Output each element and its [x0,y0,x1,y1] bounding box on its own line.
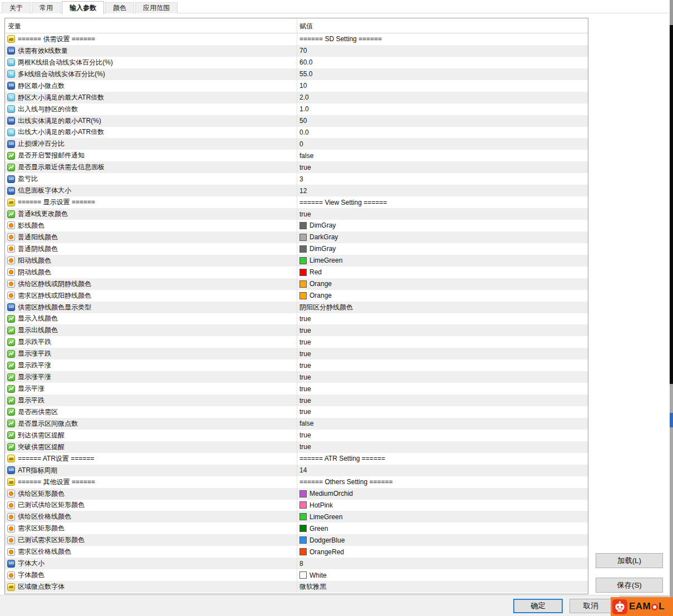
load-button[interactable]: 加载(L) [596,553,663,568]
save-button[interactable]: 保存(S) [596,578,663,593]
param-value-cell[interactable]: 60.0 [297,57,588,68]
param-value-cell[interactable]: 0.0 [297,127,588,139]
param-value-cell[interactable]: true [297,371,588,383]
param-value-cell[interactable]: true [297,359,588,371]
param-value-cell[interactable]: 微软雅黑 [297,581,588,593]
param-value-cell[interactable]: 阴阳区分静线颜色 [297,302,588,313]
param-value-cell[interactable]: ====== Others Setting ====== [297,476,588,488]
right-edge-scrollbar[interactable] [670,0,673,616]
param-row[interactable]: 需求区静线或阳静线颜色Orange [5,290,588,302]
param-value-cell[interactable]: Green [297,523,588,534]
param-value-cell[interactable]: DarkGray [297,231,588,243]
param-row[interactable]: 阴动线颜色Red [5,267,588,278]
param-row[interactable]: 123盈亏比3 [5,173,588,185]
param-value-cell[interactable]: 2.0 [297,92,588,104]
param-value-cell[interactable]: 10 [297,80,588,92]
param-value-cell[interactable]: true [297,324,588,336]
param-row[interactable]: 显示涨平涨true [5,371,588,383]
param-value-cell[interactable]: 50 [297,115,588,127]
param-row[interactable]: 已测试供给区矩形颜色HotPink [5,500,588,511]
param-row[interactable]: 显示跌平跌true [5,336,588,348]
param-row[interactable]: 显示平跌true [5,395,588,406]
param-row[interactable]: 123出线实体满足的最小ATR(%)50 [5,115,588,127]
param-row[interactable]: 123信息面板字体大小12 [5,185,588,196]
param-row[interactable]: 阳动线颜色LimeGreen [5,255,588,267]
param-row[interactable]: 是否显示区间微点数false [5,418,588,430]
tab-4[interactable]: 应用范围 [135,2,178,13]
param-row[interactable]: 到达供需区提醒true [5,430,588,441]
param-value-cell[interactable]: ====== ATR Setting ====== [297,453,588,465]
param-row[interactable]: 123ATR指标周期14 [5,465,588,476]
param-row[interactable]: 显示跌平涨true [5,359,588,371]
ok-button[interactable]: 确定 [513,599,563,613]
param-value-cell[interactable]: DodgerBlue [297,534,588,546]
param-value-cell[interactable]: true [297,383,588,395]
cancel-button[interactable]: 取消 [569,599,612,613]
param-row[interactable]: 是否开启警报邮件通知false [5,150,588,161]
param-row[interactable]: 123供需区静线颜色显示类型阴阳区分静线颜色 [5,302,588,313]
param-row[interactable]: 123字体大小8 [5,558,588,569]
param-row[interactable]: ab====== 显示设置 ============ View Setting … [5,196,588,208]
param-value-cell[interactable]: true [297,208,588,220]
param-value-cell[interactable]: ====== SD Setting ====== [297,33,588,45]
param-value-cell[interactable]: false [297,150,588,161]
param-value-cell[interactable]: DimGray [297,243,588,255]
param-row[interactable]: 影线颜色DimGray [5,220,588,231]
param-row[interactable]: 123止损缓冲百分比0 [5,138,588,150]
param-row[interactable]: ab====== 其他设置 ============ Others Settin… [5,476,588,488]
param-row[interactable]: 123供需有效k线数量70 [5,45,588,57]
param-row[interactable]: 已测试需求区矩形颜色DodgerBlue [5,534,588,546]
param-value-cell[interactable]: LimeGreen [297,255,588,267]
tab-2[interactable]: 输入参数 [62,1,104,14]
param-value-cell[interactable]: 8 [297,558,588,569]
param-value-cell[interactable]: White [297,569,588,581]
param-value-cell[interactable]: 55.0 [297,68,588,80]
param-row[interactable]: 突破供需区提醒true [5,441,588,453]
param-row[interactable]: ab区域微点数字体微软雅黑 [5,581,588,593]
param-value-cell[interactable]: true [297,336,588,348]
param-value-cell[interactable]: Orange [297,290,588,302]
param-value-cell[interactable]: 3 [297,173,588,185]
param-row[interactable]: ½出线大小满足的最小ATR倍数0.0 [5,127,588,139]
param-row[interactable]: 123静区最小微点数10 [5,80,588,92]
param-row[interactable]: 是否显示最近供需去信息面板true [5,161,588,173]
param-value-cell[interactable]: Red [297,267,588,278]
param-row[interactable]: 普通阴线颜色DimGray [5,243,588,255]
tab-1[interactable]: 常用 [32,2,61,13]
param-row[interactable]: 供给区静线或阴静线颜色Orange [5,278,588,290]
param-value-cell[interactable]: true [297,441,588,453]
param-value-cell[interactable]: 12 [297,185,588,196]
param-value-cell[interactable]: false [297,418,588,430]
tab-0[interactable]: 关于 [2,2,31,13]
param-value-cell[interactable]: ====== View Setting ====== [297,196,588,208]
param-row[interactable]: ½两根K线组合动线实体百分比(%)60.0 [5,57,588,68]
param-value-cell[interactable]: true [297,313,588,325]
param-row[interactable]: 普通阳线颜色DarkGray [5,231,588,243]
param-row[interactable]: 是否画供需区true [5,406,588,418]
tab-3[interactable]: 颜色 [105,2,134,13]
param-value-cell[interactable]: 0 [297,138,588,150]
param-value-cell[interactable]: 70 [297,45,588,57]
param-value-cell[interactable]: 1.0 [297,104,588,115]
param-row[interactable]: 显示入线颜色true [5,313,588,325]
param-value-cell[interactable]: true [297,406,588,418]
param-value-cell[interactable]: HotPink [297,500,588,511]
param-value-cell[interactable]: true [297,161,588,173]
param-row[interactable]: 供给区矩形颜色MediumOrchid [5,488,588,500]
param-value-cell[interactable]: true [297,430,588,441]
param-row[interactable]: 显示出线颜色true [5,324,588,336]
param-row[interactable]: 显示平涨true [5,383,588,395]
param-row[interactable]: 需求区价格线颜色OrangeRed [5,546,588,558]
param-value-cell[interactable]: MediumOrchid [297,488,588,500]
param-row[interactable]: ½静区大小满足的最大ATR倍数2.0 [5,92,588,104]
param-row[interactable]: 普通k线更改颜色true [5,208,588,220]
param-value-cell[interactable]: OrangeRed [297,546,588,558]
param-row[interactable]: ab====== 供需设置 ============ SD Setting ==… [5,33,588,45]
param-row[interactable]: ½多k线组合动线实体百分比(%)55.0 [5,68,588,80]
param-row[interactable]: 字体颜色White [5,569,588,581]
param-row[interactable]: 供给区价格线颜色LimeGreen [5,511,588,523]
scrollbar-thumb[interactable] [670,0,673,25]
param-value-cell[interactable]: Orange [297,278,588,290]
param-value-cell[interactable]: LimeGreen [297,511,588,523]
param-row[interactable]: ab====== ATR设置 ============ ATR Setting … [5,453,588,465]
